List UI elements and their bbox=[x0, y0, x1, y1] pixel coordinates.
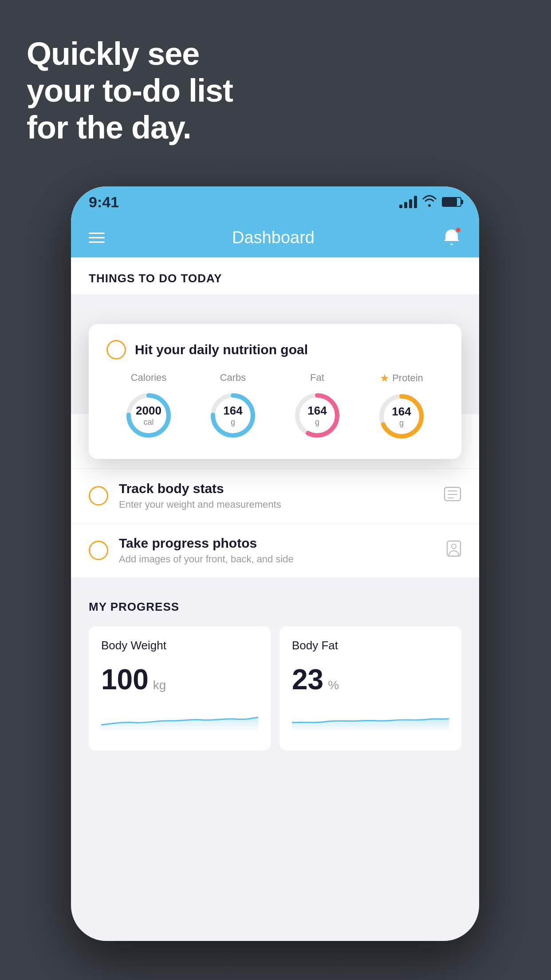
body-fat-title: Body Fat bbox=[292, 639, 449, 652]
todo-title-body-stats: Track body stats bbox=[119, 481, 444, 496]
nutrition-card-header: Hit your daily nutrition goal bbox=[106, 340, 444, 360]
todo-circle-photos bbox=[89, 541, 108, 560]
status-icons bbox=[399, 194, 461, 210]
fat-label: Fat bbox=[310, 372, 324, 383]
things-to-do-header: THINGS TO DO TODAY bbox=[71, 257, 479, 294]
protein-value: 164 bbox=[392, 405, 411, 419]
hero-text: Quickly see your to-do list for the day. bbox=[27, 36, 233, 146]
hero-line1: Quickly see bbox=[27, 36, 233, 72]
calories-donut: 2000 cal bbox=[122, 389, 175, 442]
hero-line3: for the day. bbox=[27, 109, 233, 146]
fat-circle-item: Fat 164 g bbox=[291, 372, 344, 442]
star-icon: ★ bbox=[380, 372, 390, 384]
app-header: Dashboard bbox=[71, 217, 479, 257]
hero-line2: your to-do list bbox=[27, 72, 233, 109]
fat-donut: 164 g bbox=[291, 389, 344, 442]
carbs-label: Carbs bbox=[220, 372, 246, 383]
notification-dot bbox=[455, 227, 461, 233]
progress-section: MY PROGRESS Body Weight 100 kg bbox=[71, 578, 479, 764]
todo-circle-body-stats bbox=[89, 486, 108, 506]
protein-unit: g bbox=[392, 419, 411, 428]
protein-circle-item: ★ Protein 164 g bbox=[375, 372, 428, 443]
header-title: Dashboard bbox=[232, 228, 315, 247]
nutrition-title: Hit your daily nutrition goal bbox=[135, 342, 308, 357]
body-weight-value: 100 bbox=[101, 663, 149, 696]
phone-content: THINGS TO DO TODAY Hit your daily nutrit… bbox=[71, 257, 479, 764]
phone-mockup: 9:41 Dashboard bbox=[71, 186, 479, 941]
todo-item-body-stats[interactable]: Track body stats Enter your weight and m… bbox=[71, 469, 479, 523]
carbs-donut: 164 g bbox=[206, 389, 260, 442]
wifi-icon bbox=[422, 194, 437, 210]
hamburger-menu[interactable] bbox=[89, 233, 105, 243]
todo-text-body-stats: Track body stats Enter your weight and m… bbox=[119, 481, 444, 510]
body-fat-value: 23 bbox=[292, 663, 323, 696]
scale-icon bbox=[444, 486, 461, 506]
nutrition-card[interactable]: Hit your daily nutrition goal Calories 2… bbox=[89, 324, 461, 459]
progress-section-title: MY PROGRESS bbox=[89, 600, 461, 614]
todo-subtitle-body-stats: Enter your weight and measurements bbox=[119, 499, 444, 510]
body-fat-sparkline bbox=[292, 705, 449, 731]
calories-unit: cal bbox=[136, 418, 161, 427]
portrait-icon bbox=[446, 540, 461, 561]
nutrition-check-circle bbox=[106, 340, 126, 360]
fat-value: 164 bbox=[307, 404, 327, 418]
svg-point-10 bbox=[452, 544, 456, 549]
body-fat-card[interactable]: Body Fat 23 % bbox=[279, 626, 461, 751]
body-weight-sparkline bbox=[101, 705, 258, 731]
protein-donut: 164 g bbox=[375, 390, 428, 443]
body-weight-card[interactable]: Body Weight 100 kg bbox=[89, 626, 271, 751]
notification-bell[interactable] bbox=[442, 227, 461, 248]
nutrition-circles: Calories 2000 cal Carbs bbox=[106, 372, 444, 443]
todo-title-photos: Take progress photos bbox=[119, 536, 446, 551]
progress-cards: Body Weight 100 kg bbox=[89, 626, 461, 751]
calories-value: 2000 bbox=[136, 404, 161, 418]
body-fat-unit: % bbox=[328, 678, 339, 692]
calories-circle-item: Calories 2000 cal bbox=[122, 372, 175, 442]
fat-unit: g bbox=[307, 418, 327, 427]
body-fat-value-row: 23 % bbox=[292, 663, 449, 696]
todo-item-photos[interactable]: Take progress photos Add images of your … bbox=[71, 523, 479, 578]
protein-label: ★ Protein bbox=[380, 372, 423, 384]
body-weight-value-row: 100 kg bbox=[101, 663, 258, 696]
status-bar: 9:41 bbox=[71, 186, 479, 217]
carbs-value: 164 bbox=[223, 404, 242, 418]
signal-icon bbox=[399, 196, 417, 208]
calories-label: Calories bbox=[131, 372, 167, 383]
carbs-unit: g bbox=[223, 418, 242, 427]
body-weight-title: Body Weight bbox=[101, 639, 258, 652]
battery-icon bbox=[442, 197, 461, 207]
todo-subtitle-photos: Add images of your front, back, and side bbox=[119, 553, 446, 565]
status-time: 9:41 bbox=[89, 194, 119, 211]
carbs-circle-item: Carbs 164 g bbox=[206, 372, 260, 442]
todo-text-photos: Take progress photos Add images of your … bbox=[119, 536, 446, 565]
body-weight-unit: kg bbox=[153, 678, 166, 692]
